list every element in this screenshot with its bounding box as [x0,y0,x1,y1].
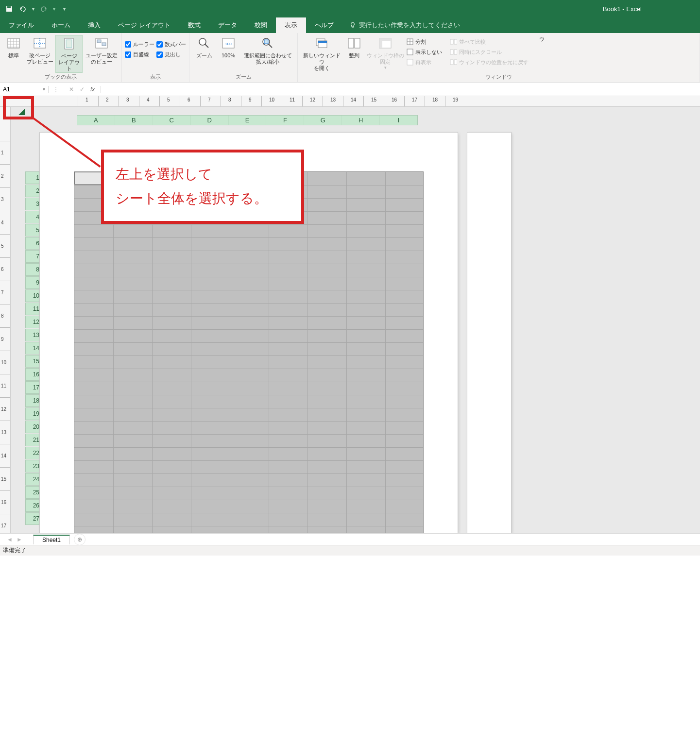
ribbon-group-workbook-views: 標準 改ページ プレビュー ページ レイアウト ユーザー設定 のビュー [0,33,122,82]
cancel-icon[interactable]: ✕ [69,86,74,93]
sheet-tab-sheet1[interactable]: Sheet1 [33,535,70,544]
hide-icon [407,49,413,55]
sync-scroll-button[interactable]: 同時にスクロール [450,48,529,56]
select-all-corner[interactable] [11,107,28,115]
ruler-tick: 12 [1,406,6,412]
ruler-horizontal[interactable]: 12345678910111213141516171819 [0,96,700,107]
view-page-layout-button[interactable]: ページ レイアウト [55,35,83,73]
svg-rect-6 [102,43,106,46]
qat-customize-icon[interactable]: ▾ [60,6,66,12]
ruler-tick: 8 [1,313,4,319]
chevron-left-icon: ◄ [7,536,13,543]
fx-icon[interactable]: fx [90,86,95,93]
svg-rect-19 [379,38,382,48]
column-header-b[interactable]: B [115,116,153,125]
zoom-button[interactable]: ズーム [192,35,216,59]
freeze-icon [378,36,393,51]
print-area[interactable] [74,171,424,533]
tab-formulas[interactable]: 数式 [179,17,209,33]
svg-point-7 [199,38,206,45]
reset-position-button[interactable]: ウィンドウの位置を元に戻す [450,58,529,67]
plus-icon: ⊕ [77,536,82,543]
enter-icon[interactable]: ✓ [80,86,85,93]
column-header-h[interactable]: H [342,116,380,125]
check-ruler[interactable]: ルーラー [125,41,154,48]
tell-me-search[interactable]: 実行したい作業を入力してください [342,17,467,33]
unhide-icon [407,59,413,66]
tab-data[interactable]: データ [209,17,246,33]
switch-windows-button[interactable]: ウ [537,35,546,42]
ruler-tick: 1 [1,150,4,155]
ruler-tick: 6 [1,267,4,272]
check-gridlines[interactable]: 目盛線 [125,51,154,58]
save-icon[interactable] [5,4,14,13]
view-custom-button[interactable]: ユーザー設定 のビュー [85,35,119,65]
chevron-down-icon: ▾ [384,65,387,70]
grid-icon [6,36,21,51]
ruler-tick: 11 [290,97,295,102]
tab-insert[interactable]: 挿入 [79,17,109,33]
column-header-a[interactable]: A [77,116,115,125]
ruler-vertical[interactable]: 1234567891011121314151617 [0,107,11,533]
fx-handle[interactable]: ⋮ [49,86,63,93]
bulb-icon [349,22,356,29]
ruler-tick: 16 [1,500,6,505]
column-header-g[interactable]: G [304,116,342,125]
svg-text:100: 100 [225,42,232,46]
ruler-tick: 16 [392,97,397,102]
zoom-100-icon: 100 [221,36,236,51]
new-window-button[interactable]: 新しいウィンドウ を開く [301,35,342,72]
column-header-e[interactable]: E [229,116,267,125]
tab-page-layout[interactable]: ページ レイアウト [109,17,179,33]
view-normal-button[interactable]: 標準 [3,35,24,59]
hide-button[interactable]: 表示しない [407,48,442,56]
split-button[interactable]: 分割 [407,38,442,46]
unhide-button[interactable]: 再表示 [407,58,442,67]
ruler-tick: 8 [228,97,231,102]
ribbon-group-show: ルーラー 目盛線 数式バー 見出し 表示 [122,33,189,82]
view-page-break-button[interactable]: 改ページ プレビュー [26,35,53,65]
undo-icon[interactable] [18,4,27,13]
tab-home[interactable]: ホーム [43,17,79,33]
row-headers[interactable]: 1234567891011121314151617181920212223242… [11,125,37,533]
ruler-tick: 3 [1,197,4,202]
check-formula-bar[interactable]: 数式バー [156,41,186,48]
redo-icon[interactable] [39,4,48,13]
ruler-tick: 2 [1,173,4,179]
tab-file[interactable]: ファイル [0,17,43,33]
ruler-tick: 3 [126,97,129,102]
sheet-nav-arrows[interactable]: ◄ ► [0,536,29,543]
ruler-tick: 12 [310,97,315,102]
svg-rect-22 [407,59,413,65]
tab-review[interactable]: 校閲 [246,17,276,33]
side-by-side-button[interactable]: 並べて比較 [450,38,529,46]
column-headers[interactable]: ABCDEFGHI [77,115,418,125]
tab-view[interactable]: 表示 [276,17,306,33]
column-header-c[interactable]: C [153,116,191,125]
magnifier-icon [197,36,211,51]
zoom-to-selection-button[interactable]: 選択範囲に合わせて 拡大/縮小 [241,35,294,65]
redo-dropdown-icon[interactable]: ▾ [53,6,55,12]
undo-dropdown-icon[interactable]: ▾ [32,6,34,12]
tab-help[interactable]: ヘルプ [306,17,342,33]
new-window-icon [314,36,329,51]
svg-rect-3 [66,40,72,48]
column-header-d[interactable]: D [191,116,229,125]
arrange-icon [347,36,361,51]
arrange-all-button[interactable]: 整列 [344,35,364,59]
check-headings[interactable]: 見出し [156,51,186,58]
page-2 [467,133,511,533]
column-header-f[interactable]: F [266,116,304,125]
svg-rect-21 [407,49,413,55]
svg-rect-24 [454,39,457,44]
column-header-i[interactable]: I [380,116,417,125]
status-text: 準備完了 [3,546,26,555]
zoom-100-button[interactable]: 100 100% [218,35,239,59]
add-sheet-button[interactable]: ⊕ [74,534,85,545]
freeze-panes-button[interactable]: ウィンドウ枠の 固定 ▾ [366,35,405,70]
sheet-area: 12345678910111213141516171819 1234567891… [0,96,700,533]
name-box[interactable]: A1 ▾ [0,86,49,93]
ruler-tick: 14 [351,97,356,102]
group-label-zoom: ズーム [192,73,294,82]
chevron-right-icon: ► [17,536,22,543]
